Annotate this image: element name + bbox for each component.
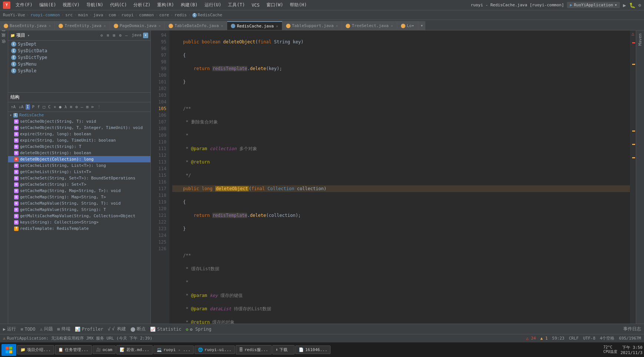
struct-setcacheobject1[interactable]: m setCacheObject(String, T): void bbox=[8, 118, 150, 125]
menu-analyze[interactable]: 分析(Z) bbox=[130, 1, 153, 9]
menu-window[interactable]: 窗口(W) bbox=[263, 1, 286, 9]
java-icon[interactable]: java bbox=[132, 33, 142, 38]
tab-baseentity[interactable]: BaseEntity.java ✕ bbox=[0, 21, 55, 30]
tree-item-sysmenu[interactable]: C SysMenu bbox=[8, 61, 150, 67]
taskbar-item-task[interactable]: 📋 任务管理... bbox=[55, 345, 92, 354]
more-structure[interactable]: ⊳ bbox=[90, 104, 95, 110]
tool-profiler[interactable]: 📊 Profiler bbox=[75, 327, 103, 332]
sort-alpha-desc[interactable]: ↓A bbox=[17, 104, 24, 110]
project-dropdown[interactable]: ▾ bbox=[27, 33, 30, 37]
struct-setcachemapvalue[interactable]: m setCacheMapValue(String, String, T): v… bbox=[8, 200, 150, 206]
tool-statistic[interactable]: 📈 Statistic bbox=[150, 327, 181, 332]
tool-build[interactable]: √ √ 构建 bbox=[108, 326, 126, 332]
expand-structure[interactable]: ⊞ bbox=[85, 104, 90, 110]
tab-more[interactable]: Lo▾ bbox=[397, 21, 418, 30]
breadcrumb-common[interactable]: common bbox=[139, 13, 154, 17]
breadcrumb-ruoyi-vue[interactable]: RuoYi-Vue bbox=[3, 13, 25, 17]
settings-project[interactable]: ⚙ bbox=[118, 33, 123, 38]
tab-tablesupport[interactable]: TableSupport.java ✕ bbox=[282, 21, 342, 30]
struct-setcachemap[interactable]: m setCacheMap(String, Map<String, T>): v… bbox=[8, 188, 150, 194]
struct-getcacheset[interactable]: m getCacheSet(String): Set<T> bbox=[8, 181, 150, 188]
breadcrumb-ruoyi[interactable]: ruoyi bbox=[122, 13, 134, 17]
taskbar-item-ruoyi-ui[interactable]: 🌐 ruoyi-ui... bbox=[195, 346, 235, 354]
struct-getcachemapvalue[interactable]: m getCacheMapValue(String, String): T bbox=[8, 206, 150, 213]
menu-code[interactable]: 代码(C) bbox=[107, 1, 130, 9]
tool-todo[interactable]: ≡ TODO bbox=[20, 327, 35, 332]
show-constructors[interactable]: C bbox=[47, 104, 52, 110]
struct-expire1[interactable]: m expire(String, long): boolean bbox=[8, 131, 150, 137]
code-content[interactable]: public boolean deleteObject(final String… bbox=[169, 30, 630, 324]
locate-button[interactable]: ⊙ bbox=[99, 33, 104, 38]
taskbar-item-ocam[interactable]: 🎥 ocam bbox=[93, 346, 116, 354]
left-tab-collect[interactable]: 收 bbox=[0, 44, 8, 50]
menu-tools[interactable]: 工具(T) bbox=[225, 1, 248, 9]
taskbar-item-ruoyi[interactable]: 💻 ruoyi - ... bbox=[153, 346, 194, 354]
struct-redistemplate[interactable]: f redisTemplate: RedisTemplate bbox=[8, 225, 150, 232]
taskbar-item-redis[interactable]: 🗄 redis服... bbox=[236, 345, 272, 354]
structure-dots[interactable]: ⋮ bbox=[96, 104, 102, 110]
tab-close-tabledatainfo[interactable]: ✕ bbox=[221, 24, 223, 28]
debug-button[interactable]: 🐛 bbox=[629, 2, 635, 8]
tool-terminal[interactable]: ⊞ 终端 bbox=[57, 326, 70, 332]
settings-button[interactable]: ⚙ bbox=[638, 3, 641, 8]
tab-treeselect[interactable]: TreeSelect.java ✕ bbox=[342, 21, 397, 30]
tab-close-baseentity[interactable]: ✕ bbox=[49, 24, 51, 28]
tool-spring[interactable]: ✿ ✿ Spring bbox=[186, 327, 211, 332]
menu-run[interactable]: 运行(U) bbox=[202, 1, 225, 9]
tree-item-sysdept[interactable]: C SysDept bbox=[8, 41, 150, 47]
tab-close-tablesupport[interactable]: ✕ bbox=[336, 24, 338, 28]
tab-treeentity[interactable]: TreeEntity.java ✕ bbox=[55, 21, 110, 30]
taskbar-item-download[interactable]: ⬇ 下载 bbox=[272, 345, 295, 354]
show-lambdas[interactable]: λ bbox=[63, 104, 68, 110]
indent-setting[interactable]: 4个空格 bbox=[600, 335, 615, 341]
tool-run[interactable]: ▶ 运行 bbox=[3, 326, 16, 332]
tree-item-sysdicttype[interactable]: C SysDictType bbox=[8, 54, 150, 61]
struct-deleteobject-string[interactable]: m deleteObject(String): boolean bbox=[8, 150, 150, 156]
group-by-type[interactable]: ≡ bbox=[69, 104, 74, 110]
show-methods[interactable]: × bbox=[53, 104, 57, 110]
tab-close-rediscache[interactable]: ✕ bbox=[276, 24, 278, 28]
show-fields[interactable]: f bbox=[36, 104, 41, 110]
settings-structure[interactable]: ⚙ bbox=[74, 104, 79, 110]
minimize-panel[interactable]: — bbox=[124, 33, 129, 38]
left-tab-structure[interactable]: 结构 bbox=[0, 32, 8, 38]
taskbar-item-project[interactable]: 📁 项目介绍... bbox=[17, 345, 54, 354]
tree-item-sysdictdata[interactable]: C SysDictData bbox=[8, 47, 150, 54]
tree-item-sysrole[interactable]: C SysRole bbox=[8, 67, 150, 74]
taskbar-item-161046[interactable]: 📄 161046... bbox=[295, 346, 331, 354]
start-button[interactable] bbox=[1, 344, 16, 356]
breadcrumb-core[interactable]: core bbox=[159, 13, 169, 17]
right-tab-maven[interactable]: Maven bbox=[637, 30, 644, 49]
run-config[interactable]: ▶ RuoYiApplication ▾ bbox=[567, 2, 620, 8]
expand-button[interactable]: ⊞ bbox=[112, 33, 117, 38]
struct-expire2[interactable]: m expire(String, long, TimeUnit): boolea… bbox=[8, 137, 150, 143]
show-inner[interactable]: ● bbox=[58, 104, 63, 110]
struct-getcacheobject[interactable]: m getCacheObject(String): T bbox=[8, 143, 150, 150]
menu-refactor[interactable]: 重构(R) bbox=[154, 1, 177, 9]
breadcrumb-main[interactable]: main bbox=[78, 13, 88, 17]
menu-edit[interactable]: 编辑(E) bbox=[36, 1, 59, 9]
menu-help[interactable]: 帮助(H) bbox=[287, 1, 310, 9]
tab-overflow[interactable]: ▾ bbox=[418, 21, 425, 30]
run-button[interactable]: ▶ bbox=[623, 2, 626, 8]
encoding[interactable]: UTF-8 bbox=[583, 336, 595, 341]
show-props[interactable]: □ bbox=[42, 104, 46, 110]
breadcrumb-com[interactable]: com bbox=[109, 13, 116, 17]
struct-getcachemap[interactable]: m getCacheMap(String): Map<String, T> bbox=[8, 194, 150, 200]
tab-tabledatainfo[interactable]: TableDataInfo.java ✕ bbox=[165, 21, 227, 30]
code-scroll[interactable]: 94 95 96 97 98 99 100 101 102 103 104 10… bbox=[151, 30, 636, 324]
tab-close-treeselect[interactable]: ✕ bbox=[391, 24, 393, 28]
tab-pagedomain[interactable]: PageDomain.java ✕ bbox=[110, 21, 165, 30]
collapse-button[interactable]: ≡ bbox=[106, 33, 110, 38]
breadcrumb-java[interactable]: java bbox=[93, 13, 103, 17]
struct-keys[interactable]: m keys(String): Collection<String> bbox=[8, 219, 150, 225]
minimize-structure[interactable]: — bbox=[80, 104, 84, 110]
tab-close-pagedomain[interactable]: ✕ bbox=[159, 24, 161, 28]
breadcrumb-redis[interactable]: redis bbox=[175, 13, 187, 17]
left-tab-hide[interactable]: 藏 bbox=[0, 38, 8, 44]
show-inherited[interactable]: I bbox=[26, 104, 30, 110]
line-ending[interactable]: CRLF bbox=[569, 336, 579, 341]
event-log-label[interactable]: 事件日志 bbox=[623, 326, 641, 332]
struct-deleteobject-collection[interactable]: m deleteObject(Collection): long bbox=[8, 156, 150, 162]
sort-alpha-asc[interactable]: ↑A bbox=[10, 104, 17, 110]
